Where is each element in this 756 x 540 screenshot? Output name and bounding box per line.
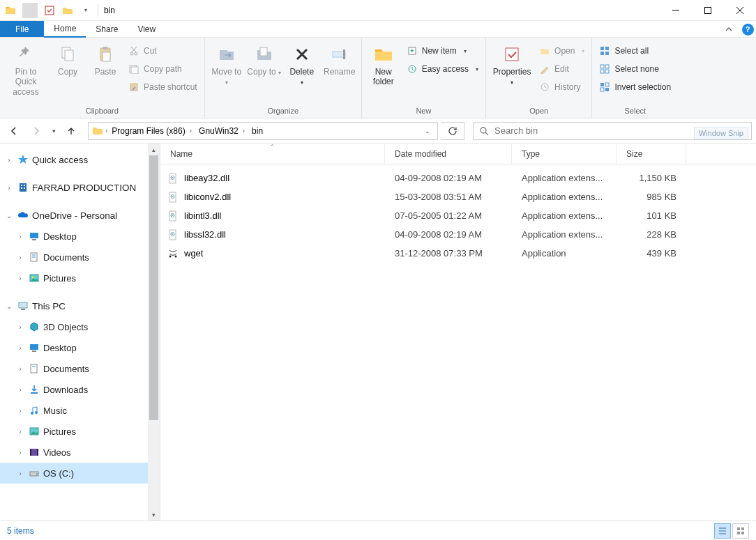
chevron-right-icon[interactable]: ›: [4, 184, 14, 192]
chevron-right-icon[interactable]: ›: [15, 275, 25, 282]
folder-icon: [3, 3, 18, 18]
pin-to-quick-access-button[interactable]: Pin to Quick access: [4, 40, 47, 97]
recent-locations-button[interactable]: ▾: [49, 121, 59, 141]
tree-os-c[interactable]: › OS (C:): [0, 463, 160, 484]
paste-shortcut-button[interactable]: Paste shortcut: [126, 79, 200, 95]
file-icon: [167, 192, 179, 203]
new-item-button[interactable]: ✦ New item▾: [404, 43, 481, 59]
tree-3d-objects[interactable]: › 3D Objects: [0, 316, 160, 337]
cut-button[interactable]: Cut: [126, 43, 200, 59]
tab-view[interactable]: View: [128, 21, 165, 37]
chevron-right-icon[interactable]: ›: [15, 233, 25, 240]
new-folder-button[interactable]: New folder: [366, 40, 401, 87]
copy-path-button[interactable]: Copy path: [126, 61, 200, 77]
select-none-button[interactable]: Select none: [596, 61, 674, 77]
edit-label: Edit: [554, 64, 569, 74]
move-to-button[interactable]: Move to ▾: [209, 40, 244, 87]
file-name: wget: [184, 248, 203, 259]
rename-icon: [328, 43, 351, 65]
copy-to-button[interactable]: Copy to ▾: [247, 40, 282, 77]
tree-onedrive-desktop[interactable]: › Desktop: [0, 226, 160, 247]
tab-share[interactable]: Share: [86, 21, 128, 37]
qat-properties-icon[interactable]: [42, 3, 57, 18]
close-button[interactable]: [724, 0, 756, 21]
nav-scrollbar[interactable]: ▴ ▾: [148, 144, 160, 520]
paste-button[interactable]: Paste: [88, 40, 123, 77]
tree-quick-access[interactable]: › Quick access: [0, 149, 160, 170]
search-box[interactable]: Window Snip: [473, 122, 752, 140]
history-button[interactable]: History: [536, 79, 587, 95]
tree-videos[interactable]: › Videos: [0, 442, 160, 463]
tree-documents[interactable]: › Documents: [0, 358, 160, 379]
chevron-down-icon[interactable]: ⌄: [4, 212, 14, 219]
tree-onedrive[interactable]: ⌄ OneDrive - Personal: [0, 205, 160, 226]
easy-access-button[interactable]: Easy access▾: [404, 61, 481, 77]
column-size[interactable]: Size: [617, 144, 686, 164]
collapse-ribbon-button[interactable]: [718, 21, 739, 37]
chevron-right-icon[interactable]: ›: [15, 254, 25, 261]
scroll-up-icon[interactable]: ▴: [148, 144, 160, 155]
details-view-button[interactable]: [714, 523, 731, 539]
address-dropdown-icon[interactable]: ⌄: [425, 128, 430, 134]
qat-dropdown-icon[interactable]: ▾: [78, 3, 93, 18]
properties-button[interactable]: Properties▾: [490, 40, 534, 87]
open-button[interactable]: Open▾: [536, 43, 587, 59]
folder-icon: [91, 125, 104, 137]
rename-button[interactable]: Rename: [322, 40, 357, 77]
tree-pictures[interactable]: › Pictures: [0, 421, 160, 442]
scroll-down-icon[interactable]: ▾: [148, 509, 160, 520]
svg-rect-13: [131, 67, 138, 74]
breadcrumb-bar[interactable]: › Program Files (x86)› GnuWin32› bin ⌄: [88, 122, 438, 140]
chevron-right-icon[interactable]: ›: [105, 127, 107, 134]
tree-downloads[interactable]: › Downloads: [0, 379, 160, 400]
qat-newfolder-icon[interactable]: [60, 3, 75, 18]
ribbon-group-organize: Move to ▾ Copy to ▾ Delete▾ Rename Organ…: [205, 38, 362, 118]
column-date[interactable]: Date modified: [385, 144, 512, 164]
breadcrumb-item[interactable]: GnuWin32›: [196, 126, 248, 136]
delete-button[interactable]: Delete▾: [285, 40, 319, 87]
select-all-label: Select all: [614, 46, 649, 56]
table-row[interactable]: libssl32.dll04-09-2008 02:19 AMApplicati…: [160, 225, 756, 244]
chevron-down-icon[interactable]: ⌄: [4, 302, 14, 310]
group-label-select: Select: [592, 105, 678, 118]
column-type[interactable]: Type: [512, 144, 617, 164]
breadcrumb-item[interactable]: bin: [249, 126, 266, 136]
help-button[interactable]: ?: [739, 21, 756, 38]
svg-rect-83: [737, 532, 740, 534]
sort-caret-icon: ⌃: [270, 144, 275, 150]
tab-home[interactable]: Home: [44, 21, 86, 38]
refresh-button[interactable]: [441, 122, 464, 140]
table-row[interactable]: wget31-12-2008 07:33 PMApplication439 KB: [160, 244, 756, 263]
invert-selection-button[interactable]: Invert selection: [596, 79, 674, 95]
cut-label: Cut: [144, 46, 157, 56]
svg-rect-40: [21, 187, 22, 189]
history-icon: [539, 82, 550, 93]
tree-this-pc[interactable]: ⌄ This PC: [0, 295, 160, 316]
column-name[interactable]: ⌃ Name: [160, 144, 385, 164]
large-icons-view-button[interactable]: [732, 523, 749, 539]
tab-file[interactable]: File: [0, 21, 44, 37]
breadcrumb-item[interactable]: Program Files (x86)›: [109, 126, 195, 136]
scroll-thumb[interactable]: [149, 155, 158, 420]
svg-rect-23: [600, 47, 604, 50]
tree-farrad[interactable]: › FARRAD PRODUCTION: [0, 177, 160, 198]
maximize-button[interactable]: [692, 0, 724, 21]
back-button[interactable]: [4, 121, 24, 141]
videos-icon: [28, 446, 40, 458]
chevron-right-icon[interactable]: ›: [4, 156, 14, 164]
table-row[interactable]: libeay32.dll04-09-2008 02:19 AMApplicati…: [160, 169, 756, 187]
tree-onedrive-documents[interactable]: › Documents: [0, 247, 160, 268]
table-row[interactable]: libiconv2.dll15-03-2008 03:51 AMApplicat…: [160, 187, 756, 206]
edit-button[interactable]: Edit: [536, 61, 587, 77]
copy-button[interactable]: Copy: [50, 40, 85, 77]
svg-rect-6: [65, 50, 73, 61]
table-row[interactable]: libintl3.dll07-05-2005 01:22 AMApplicati…: [160, 206, 756, 225]
tree-desktop[interactable]: › Desktop: [0, 337, 160, 358]
tree-music[interactable]: › Music: [0, 400, 160, 421]
documents-icon: [28, 362, 40, 375]
minimize-button[interactable]: [660, 0, 692, 21]
forward-button[interactable]: [27, 121, 46, 141]
select-all-button[interactable]: Select all: [596, 43, 674, 59]
up-button[interactable]: [61, 121, 81, 141]
tree-onedrive-pictures[interactable]: › Pictures: [0, 268, 160, 288]
